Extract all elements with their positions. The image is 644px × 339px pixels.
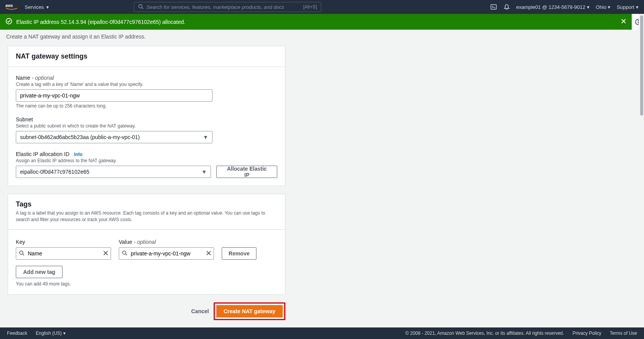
name-field: Name - optional Create a tag with a key … [16, 75, 277, 109]
subnet-select[interactable]: subnet-0b462ad6abc5b23aa (public-a-my-vp… [16, 131, 212, 143]
add-tag-button[interactable]: Add new tag [16, 266, 62, 278]
notifications-icon[interactable] [503, 3, 510, 10]
services-label: Services [25, 4, 44, 10]
cloudshell-icon[interactable] [490, 3, 497, 10]
caret-down-icon: ▼ [203, 134, 208, 140]
caret-down-icon: ▾ [63, 331, 66, 332]
name-optional: - optional [30, 75, 54, 81]
eip-label: Elastic IP allocation ID [16, 151, 69, 157]
subnet-label: Subnet [16, 116, 277, 123]
subnet-hint: Select a public subnet in which to creat… [16, 123, 277, 129]
search-icon [19, 250, 24, 257]
caret-down-icon: ▾ [46, 4, 49, 10]
create-nat-gateway-button[interactable]: Create NAT gateway [216, 305, 283, 317]
region-menu[interactable]: Ohio ▾ [596, 4, 610, 10]
caret-down-icon: ▼ [201, 169, 207, 175]
svg-line-13 [23, 254, 24, 255]
account-menu[interactable]: example01 @ 1234-5678-9012 ▾ [516, 4, 590, 10]
search-icon [138, 4, 143, 10]
eip-hint: Assign an Elastic IP address to the NAT … [16, 158, 277, 163]
svg-point-12 [20, 251, 23, 254]
tags-panel: Tags A tag is a label that you assign to… [8, 194, 285, 295]
tag-key-label: Key [16, 239, 111, 245]
cancel-button[interactable]: Cancel [191, 308, 209, 314]
feedback-link[interactable]: Feedback [7, 331, 27, 332]
success-icon [5, 18, 12, 26]
subnet-field: Subnet Select a public subnet in which t… [16, 116, 277, 143]
page-description: Create a NAT gateway and assign it an El… [0, 30, 644, 46]
svg-point-1 [139, 4, 142, 8]
info-link[interactable]: Info [74, 152, 83, 157]
language-menu[interactable]: English (US) ▾ [36, 331, 66, 332]
svg-line-2 [142, 7, 143, 9]
svg-point-16 [123, 251, 126, 254]
close-icon[interactable] [621, 18, 626, 25]
aws-logo[interactable]: aws [5, 3, 18, 11]
scroll-thumb[interactable] [640, 15, 643, 116]
copyright: © 2008 - 2021, Amazon Web Services, Inc.… [405, 331, 564, 332]
tags-description: A tag is a label that you assign to an A… [16, 210, 277, 223]
remove-tag-button[interactable]: Remove [222, 247, 256, 260]
footer: Feedback English (US) ▾ © 2008 - 2021, A… [0, 327, 644, 332]
support-menu[interactable]: Support ▾ [617, 4, 639, 10]
top-nav: aws Services ▾ [Alt+S] example01 @ 1234-… [0, 0, 644, 14]
banner-message: Elastic IP address 52.14.3.94 (eipalloc-… [16, 19, 617, 25]
search-input[interactable] [147, 4, 300, 10]
svg-point-11 [638, 20, 638, 20]
eip-field: Elastic IP allocation ID Info Assign an … [16, 151, 277, 178]
support-label: Support [617, 4, 634, 10]
name-input[interactable] [16, 89, 212, 102]
close-icon[interactable] [103, 250, 108, 257]
scrollbar[interactable] [639, 14, 644, 327]
eip-select[interactable]: eipalloc-0f0d477c976102e65 ▼ [16, 166, 211, 178]
language-label: English (US) [36, 331, 62, 332]
tag-row: Key Value - optional [16, 239, 277, 260]
svg-line-17 [126, 254, 127, 255]
name-constraint: The name can be up to 256 characters lon… [16, 103, 277, 109]
tag-value-label: Value [119, 239, 132, 245]
allocate-eip-button[interactable]: Allocate Elastic IP [216, 166, 277, 178]
services-menu[interactable]: Services ▾ [25, 4, 49, 10]
search-shortcut: [Alt+S] [303, 4, 317, 10]
subnet-value: subnet-0b462ad6abc5b23aa (public-a-my-vp… [20, 134, 140, 140]
tag-key-input[interactable] [16, 247, 111, 260]
search-icon [122, 250, 127, 257]
name-hint: Create a tag with a key of 'Name' and a … [16, 82, 277, 87]
tag-value-optional: - optional [132, 239, 156, 245]
highlight-annotation: Create NAT gateway [214, 302, 285, 320]
close-icon[interactable] [206, 250, 211, 257]
caret-down-icon: ▾ [608, 4, 610, 10]
eip-value: eipalloc-0f0d477c976102e65 [20, 169, 89, 175]
settings-title: NAT gateway settings [16, 52, 277, 60]
name-label: Name [16, 75, 30, 81]
tag-limit: You can add 49 more tags. [16, 281, 277, 287]
region-label: Ohio [596, 4, 606, 10]
caret-down-icon: ▾ [636, 4, 639, 10]
svg-text:aws: aws [5, 3, 13, 8]
terms-link[interactable]: Terms of Use [610, 331, 637, 332]
settings-panel: NAT gateway settings Name - optional Cre… [8, 46, 285, 186]
form-actions: Cancel Create NAT gateway [8, 302, 285, 320]
svg-point-6 [6, 18, 12, 24]
success-banner: Elastic IP address 52.14.3.94 (eipalloc-… [0, 14, 632, 30]
privacy-link[interactable]: Privacy Policy [573, 331, 602, 332]
caret-down-icon: ▾ [587, 4, 590, 10]
account-label: example01 @ 1234-5678-9012 [516, 4, 585, 10]
tags-title: Tags [16, 200, 277, 208]
global-search[interactable]: [Alt+S] [134, 2, 321, 12]
tag-value-input[interactable] [119, 247, 214, 260]
